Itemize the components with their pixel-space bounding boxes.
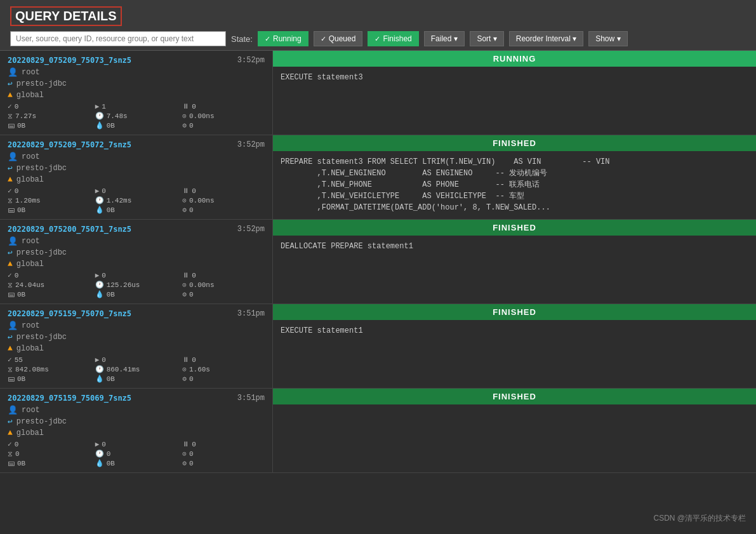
source-icon: ↩: [8, 163, 13, 173]
splits-icon: ⚙: [182, 375, 187, 383]
state-label: State:: [231, 34, 253, 44]
resource-icon: ▲: [8, 428, 13, 437]
running-icon: ▶: [95, 271, 100, 279]
cpu-icon: 🕐: [95, 112, 104, 120]
query-left-panel: 20220829_075209_75073_7snz5 3:52pm 👤 roo…: [0, 51, 273, 135]
sort-chevron-icon: ▾: [493, 34, 497, 43]
elapsed-icon: ⧖: [8, 450, 13, 458]
query-resource: global: [17, 91, 44, 100]
sort-btn[interactable]: Sort ▾: [470, 31, 503, 46]
finished-check-icon: ✓: [375, 35, 380, 43]
query-sql: DEALLOCATE PREPARE statement1: [273, 236, 756, 257]
reorder-interval-btn[interactable]: Reorder Interval ▾: [509, 31, 583, 46]
query-id[interactable]: 20220829_075209_75073_7snz5: [8, 56, 131, 65]
page-title: QUERY DETAILS: [10, 6, 122, 26]
elapsed-icon: ⧖: [8, 281, 13, 289]
query-user: root: [22, 68, 40, 77]
stat-scheduled: 0.00ns: [189, 112, 215, 120]
query-source: presto-jdbc: [17, 248, 67, 257]
stat-splits: 0: [189, 206, 194, 214]
stat-completed: 0: [15, 103, 19, 110]
mem-peak-icon: 💧: [95, 206, 104, 214]
query-sql: EXECUTE statement1: [273, 320, 756, 342]
query-left-panel: 20220829_075159_75069_7snz5 3:51pm 👤 roo…: [0, 389, 273, 472]
running-filter-btn[interactable]: ✓ Running: [258, 31, 308, 46]
running-icon: ▶: [95, 187, 100, 195]
mem-cum-icon: 🖴: [8, 459, 15, 467]
query-id[interactable]: 20220829_075159_75070_7snz5: [8, 309, 131, 318]
query-source: presto-jdbc: [17, 79, 67, 88]
user-icon: 👤: [8, 236, 18, 246]
source-icon: ↩: [8, 248, 13, 258]
query-source: presto-jdbc: [17, 164, 67, 173]
source-icon: ↩: [8, 417, 13, 427]
query-right-panel: FINISHEDPREPARE statement3 FROM SELECT L…: [273, 135, 756, 219]
scheduled-icon: ⊙: [182, 450, 187, 458]
user-icon: 👤: [8, 405, 18, 415]
finished-filter-btn[interactable]: ✓ Finished: [368, 31, 418, 46]
mem-cum-icon: 🖴: [8, 206, 15, 214]
query-sql: EXECUTE statement3: [273, 67, 756, 88]
stat-cpu: 125.26us: [107, 281, 140, 289]
source-icon: ↩: [8, 332, 13, 342]
cpu-icon: 🕐: [95, 281, 104, 289]
failed-chevron-icon: ▾: [454, 34, 458, 43]
elapsed-icon: ⧖: [8, 197, 13, 204]
query-source: presto-jdbc: [17, 333, 67, 342]
stat-running: 0: [102, 187, 106, 195]
stat-running: 0: [102, 272, 106, 279]
query-sql: PREPARE statement3 FROM SELECT LTRIM(T.N…: [273, 151, 756, 218]
queued-icon: ⏸: [182, 271, 189, 279]
stat-mem-peak: 0B: [107, 375, 115, 383]
query-right-panel: FINISHEDEXECUTE statement1: [273, 304, 756, 388]
query-time: 3:51pm: [237, 394, 265, 403]
show-chevron-icon: ▾: [617, 34, 621, 43]
query-user: root: [22, 406, 40, 415]
stat-completed: 55: [15, 356, 23, 364]
running-check-icon: ✓: [265, 35, 270, 43]
stat-mem-cum: 0B: [17, 460, 25, 467]
show-btn[interactable]: Show ▾: [588, 31, 627, 46]
query-time: 3:52pm: [237, 140, 265, 149]
search-input[interactable]: [10, 31, 226, 46]
table-row[interactable]: 20220829_075159_75070_7snz5 3:51pm 👤 roo…: [0, 304, 756, 389]
query-left-panel: 20220829_075200_75071_7snz5 3:52pm 👤 roo…: [0, 220, 273, 304]
stat-mem-cum: 0B: [17, 122, 25, 130]
stat-scheduled: 0.00ns: [189, 197, 215, 204]
stats-grid: ✓0 ▶1 ⏸0 ⧖7.27s 🕐7.48s ⊙0.00ns 🖴0B 💧0B ⚙…: [8, 102, 265, 130]
table-row[interactable]: 20220829_075200_75071_7snz5 3:52pm 👤 roo…: [0, 220, 756, 304]
scheduled-icon: ⊙: [182, 112, 187, 120]
mem-peak-icon: 💧: [95, 459, 104, 467]
table-row[interactable]: 20220829_075159_75069_7snz5 3:51pm 👤 roo…: [0, 389, 756, 473]
query-resource: global: [17, 175, 44, 184]
queued-filter-btn[interactable]: ✓ Queued: [314, 31, 363, 46]
splits-icon: ⚙: [182, 459, 187, 467]
cpu-icon: 🕐: [95, 365, 104, 373]
page-header: QUERY DETAILS State: ✓ Running ✓ Queued …: [0, 0, 756, 51]
completed-icon: ✓: [8, 102, 12, 110]
query-id[interactable]: 20220829_075209_75072_7snz5: [8, 140, 131, 149]
query-right-panel: FINISHEDDEALLOCATE PREPARE statement1: [273, 220, 756, 304]
stat-mem-peak: 0B: [107, 460, 115, 467]
query-sql: [273, 404, 756, 415]
stat-elapsed: 1.20ms: [15, 197, 41, 204]
completed-icon: ✓: [8, 271, 12, 279]
query-id[interactable]: 20220829_075159_75069_7snz5: [8, 394, 131, 403]
queued-icon: ⏸: [182, 356, 189, 364]
query-left-panel: 20220829_075209_75072_7snz5 3:52pm 👤 roo…: [0, 135, 273, 219]
query-id[interactable]: 20220829_075200_75071_7snz5: [8, 225, 131, 234]
query-source: presto-jdbc: [17, 417, 67, 426]
queued-check-icon: ✓: [321, 35, 326, 43]
stat-elapsed: 7.27s: [15, 112, 36, 120]
mem-peak-icon: 💧: [95, 375, 104, 383]
status-bar: FINISHED: [273, 304, 756, 320]
query-resource: global: [17, 260, 44, 269]
failed-filter-btn[interactable]: Failed ▾: [424, 31, 465, 46]
queued-icon: ⏸: [182, 187, 189, 195]
stat-scheduled: 0: [189, 450, 194, 458]
query-right-panel: RUNNINGEXECUTE statement3: [273, 51, 756, 135]
table-row[interactable]: 20220829_075209_75072_7snz5 3:52pm 👤 roo…: [0, 135, 756, 220]
running-icon: ▶: [95, 356, 100, 364]
table-row[interactable]: 20220829_075209_75073_7snz5 3:52pm 👤 roo…: [0, 51, 756, 135]
stat-mem-peak: 0B: [107, 291, 115, 298]
